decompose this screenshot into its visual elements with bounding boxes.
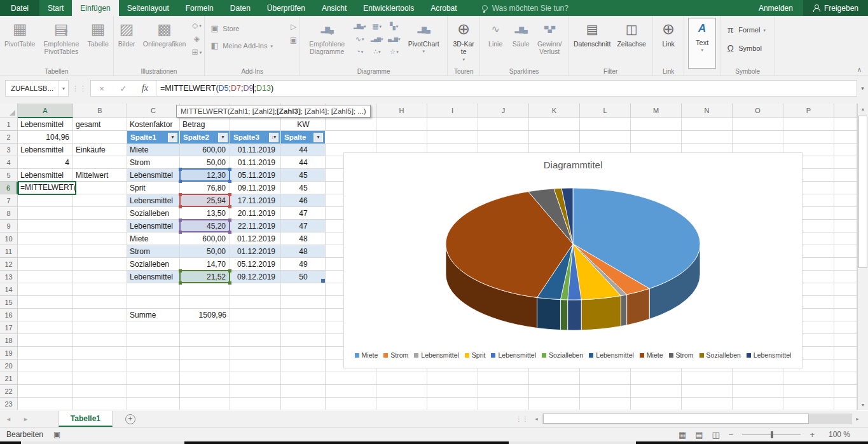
pie-slice-side-Sprit[interactable]	[581, 296, 621, 330]
row-header-23[interactable]: 23	[0, 398, 18, 410]
pie-chart-icon[interactable]: ◔▾	[351, 45, 368, 58]
zoom-out-icon[interactable]: −	[729, 430, 734, 440]
sort-filter-icon[interactable]: ↓▾	[269, 133, 279, 142]
tell-me-box[interactable]: Was möchten Sie tun?	[482, 0, 568, 16]
table-cell[interactable]: 17.11.2019	[230, 194, 281, 207]
table-cell[interactable]: 01.12.2019	[230, 232, 281, 245]
pie-slice-side-Sozialleben[interactable]	[560, 300, 567, 330]
column-header-partial[interactable]	[834, 104, 857, 118]
legend-item-Sozialleben[interactable]: Sozialleben	[699, 351, 741, 359]
sheet-nav-left-icon[interactable]: ◄	[0, 411, 17, 427]
sparkline-saeule-button[interactable]: ▂▇▄ Säule	[508, 17, 534, 66]
table-cell[interactable]: Lebensmittel	[127, 271, 180, 283]
pie-chart[interactable]	[344, 153, 803, 369]
pivottable-button[interactable]: ▦ PivotTable	[3, 17, 37, 66]
cell-A5[interactable]: Lebensmittel	[18, 169, 73, 182]
filter-dropdown-icon[interactable]: ▾	[168, 133, 177, 142]
pie-slice-side-Lebensmittel[interactable]	[537, 297, 561, 330]
freigeben-button[interactable]: Freigeben	[803, 0, 868, 16]
table-header-Spalte1[interactable]: Spalte1▾	[127, 131, 180, 144]
row-header-16[interactable]: 16	[0, 309, 18, 321]
add-sheet-button[interactable]: +	[125, 414, 135, 424]
collapse-ribbon-icon[interactable]: ∧	[857, 66, 862, 73]
scroll-up-icon[interactable]: ▲	[858, 104, 868, 114]
zoom-slider[interactable]	[742, 431, 801, 438]
cell-C1[interactable]: Kostenfaktor	[127, 118, 180, 131]
table-cell[interactable]: 48	[281, 245, 326, 258]
table-cell[interactable]: 13,50	[180, 207, 230, 220]
row-header-15[interactable]: 15	[0, 296, 18, 309]
name-box[interactable]: ZUFALLSB... ▾	[5, 80, 69, 97]
onlinegrafiken-button[interactable]: ▩ Onlinegrafiken	[137, 17, 192, 66]
legend-item-Miete[interactable]: Miete	[355, 351, 378, 359]
table-cell[interactable]: 50,00	[180, 156, 230, 169]
screenshot-icon[interactable]: ⊞▾	[192, 46, 202, 58]
cell-B1[interactable]: gesamt	[73, 118, 127, 131]
text-button[interactable]: A Text ▾	[688, 18, 716, 69]
horizontal-scroll-thumb[interactable]	[543, 414, 809, 424]
meine-addins-button[interactable]: ◧ Meine Add-Ins ▾	[207, 39, 290, 52]
legend-item-Lebensmittel[interactable]: Lebensmittel	[589, 351, 634, 359]
column-header-C[interactable]: C	[127, 104, 180, 118]
legend-item-Lebensmittel[interactable]: Lebensmittel	[491, 351, 536, 359]
zoom-in-icon[interactable]: +	[809, 430, 815, 440]
cell-D1[interactable]: Betrag	[180, 118, 230, 131]
table-cell[interactable]: 76,80	[180, 182, 230, 194]
cancel-formula-button[interactable]: ×	[91, 84, 113, 93]
cell-A3[interactable]: Lebensmittel	[18, 144, 73, 156]
sheet-tab-tabelle1[interactable]: Tabelle1	[59, 411, 113, 427]
datenschnitt-button[interactable]: ▤ Datenschnitt	[571, 17, 613, 66]
formel-button[interactable]: π Formel ▾	[723, 23, 772, 36]
enter-formula-button[interactable]: ✓	[113, 84, 134, 93]
normal-view-icon[interactable]: ▦	[679, 430, 686, 440]
cell-B5[interactable]: Mittelwert	[73, 169, 127, 182]
tab-einfuegen[interactable]: Einfügen	[72, 0, 118, 16]
smartart-icon[interactable]: ◈	[192, 32, 202, 44]
cell-A1[interactable]: Lebensmittel	[18, 118, 73, 131]
column-header-B[interactable]: B	[73, 104, 127, 118]
table-cell[interactable]: 44	[281, 156, 326, 169]
worksheet-grid[interactable]: Diagrammtitel MieteStromLebensmittelSpri…	[0, 104, 857, 410]
tab-entwicklertools[interactable]: Entwicklertools	[355, 0, 422, 16]
column-header-O[interactable]: O	[733, 104, 783, 118]
row-header-6[interactable]: 6	[0, 182, 18, 194]
formula-bar-expand-icon[interactable]: ▾	[857, 80, 868, 97]
legend-item-Strom[interactable]: Strom	[669, 351, 694, 359]
filter-dropdown-icon[interactable]: ▾	[218, 133, 228, 142]
legend-item-Sprit[interactable]: Sprit	[465, 351, 486, 359]
column-header-N[interactable]: N	[682, 104, 733, 118]
table-cell[interactable]: 600,00	[180, 144, 230, 156]
table-cell[interactable]: 09.12.2019	[230, 271, 281, 283]
row-header-4[interactable]: 4	[0, 156, 18, 169]
legend-item-Lebensmittel[interactable]: Lebensmittel	[747, 351, 792, 359]
column-header-P[interactable]: P	[783, 104, 834, 118]
filter-dropdown-icon[interactable]: ▾	[313, 133, 323, 142]
row-header-10[interactable]: 10	[0, 232, 18, 245]
sparkline-linie-button[interactable]: ∿ Linie	[483, 17, 508, 66]
waterfall-chart-icon[interactable]: ▚▾	[385, 20, 403, 32]
table-cell[interactable]: 20.11.2019	[230, 207, 281, 220]
cell-C16[interactable]: Summe	[127, 309, 180, 321]
column-chart-icon[interactable]: ▂▇▄▾	[351, 20, 368, 32]
zeitachse-button[interactable]: ◫ Zeitachse	[613, 17, 650, 66]
vertical-scroll-thumb[interactable]	[858, 116, 867, 268]
table-cell[interactable]: 50	[281, 271, 326, 283]
row-header-19[interactable]: 19	[0, 347, 18, 360]
tab-acrobat[interactable]: Acrobat	[422, 0, 465, 16]
chart-object[interactable]: Diagrammtitel MieteStromLebensmittelSpri…	[343, 152, 803, 368]
histogram-chart-icon[interactable]: ▂▄▆▾	[368, 32, 385, 45]
hierarchy-chart-icon[interactable]: ▦▾	[368, 20, 385, 32]
scroll-down-icon[interactable]: ▼	[858, 400, 868, 410]
row-header-3[interactable]: 3	[0, 144, 18, 156]
row-header-18[interactable]: 18	[0, 334, 18, 347]
legend-item-Lebensmittel[interactable]: Lebensmittel	[414, 351, 459, 359]
select-all-button[interactable]	[0, 104, 18, 118]
table-header-Spalte[interactable]: Spalte▾	[281, 131, 326, 144]
page-break-view-icon[interactable]: ◫	[712, 430, 720, 440]
table-cell[interactable]: 46	[281, 194, 326, 207]
name-box-dropdown-icon[interactable]: ▾	[59, 81, 68, 96]
tab-ueberpruefen[interactable]: Überprüfen	[259, 0, 313, 16]
table-cell[interactable]: 22.11.2019	[230, 220, 281, 232]
table-cell[interactable]: 01.12.2019	[230, 245, 281, 258]
legend-item-Miete[interactable]: Miete	[640, 351, 663, 359]
